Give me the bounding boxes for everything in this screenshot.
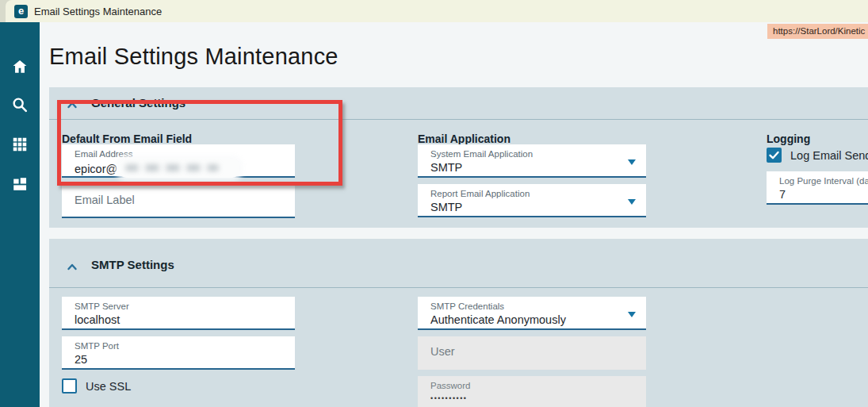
field-value: 7 bbox=[779, 187, 868, 202]
system-email-application-dropdown[interactable]: System Email Application SMTP bbox=[418, 144, 646, 178]
annotation-red-box bbox=[57, 100, 342, 186]
smtp-settings-section: SMTP Settings SMTP Server localhost SMTP… bbox=[49, 239, 868, 407]
checkbox-label: Use SSL bbox=[86, 380, 131, 393]
smtp-settings-header[interactable]: SMTP Settings bbox=[49, 239, 868, 287]
app-window: e Email Settings Maintenance https://Sta… bbox=[0, 0, 868, 407]
log-purge-interval-field[interactable]: Log Purge Interval (days) 7 bbox=[767, 171, 868, 205]
group-title-email-application: Email Application bbox=[418, 132, 510, 145]
checkbox-checked-icon bbox=[767, 148, 782, 163]
smtp-server-field[interactable]: SMTP Server localhost bbox=[62, 297, 295, 330]
epicor-logo-icon: e bbox=[14, 5, 28, 18]
password-masked-value: •••••••••• bbox=[430, 394, 638, 402]
email-label-field[interactable]: Email Label bbox=[62, 185, 295, 218]
page-title: Email Settings Maintenance bbox=[49, 44, 338, 70]
divider bbox=[49, 287, 868, 288]
search-icon[interactable] bbox=[11, 96, 29, 113]
field-label: Email Label bbox=[75, 194, 287, 205]
titlebar: e Email Settings Maintenance bbox=[0, 0, 868, 22]
checkbox-label: Log Email Sending bbox=[790, 149, 868, 162]
window-title: Email Settings Maintenance bbox=[34, 6, 162, 17]
log-email-sending-checkbox[interactable]: Log Email Sending bbox=[767, 148, 868, 163]
chevron-down-icon bbox=[628, 312, 636, 317]
field-value: 25 bbox=[75, 352, 287, 367]
field-label: System Email Application bbox=[430, 148, 638, 159]
url-tooltip: https://StarLord/Kinetic bbox=[767, 24, 868, 39]
window-tab[interactable]: e Email Settings Maintenance bbox=[6, 0, 868, 22]
dropdown-value: Authenticate Anonymously bbox=[430, 313, 638, 328]
report-email-application-dropdown[interactable]: Report Email Application SMTP bbox=[418, 184, 646, 217]
field-label: User bbox=[430, 346, 638, 357]
dashboard-icon[interactable] bbox=[11, 175, 29, 193]
section-title: SMTP Settings bbox=[91, 258, 174, 271]
field-value: localhost bbox=[75, 313, 287, 328]
dropdown-value: SMTP bbox=[430, 160, 638, 175]
user-field: User bbox=[418, 336, 646, 370]
field-label: Report Email Application bbox=[430, 188, 638, 199]
sidebar bbox=[0, 22, 40, 407]
home-icon[interactable] bbox=[11, 58, 29, 75]
checkbox-unchecked-icon bbox=[62, 378, 77, 394]
dropdown-value: SMTP bbox=[430, 200, 638, 215]
field-label: SMTP Credentials bbox=[430, 301, 638, 312]
group-title-logging: Logging bbox=[767, 132, 810, 145]
password-field: Password •••••••••• bbox=[418, 376, 646, 407]
field-label: SMTP Server bbox=[75, 301, 287, 312]
field-label: Log Purge Interval (days) bbox=[779, 175, 868, 186]
smtp-port-field[interactable]: SMTP Port 25 bbox=[62, 336, 295, 370]
field-label: Password bbox=[430, 380, 638, 391]
collapse-chevron-up-icon bbox=[66, 261, 78, 274]
smtp-credentials-dropdown[interactable]: SMTP Credentials Authenticate Anonymousl… bbox=[418, 297, 646, 330]
apps-grid-icon[interactable] bbox=[11, 136, 29, 153]
chevron-down-icon bbox=[628, 199, 636, 205]
chevron-down-icon bbox=[628, 159, 636, 165]
field-label: SMTP Port bbox=[75, 340, 287, 351]
use-ssl-checkbox[interactable]: Use SSL bbox=[62, 378, 131, 394]
